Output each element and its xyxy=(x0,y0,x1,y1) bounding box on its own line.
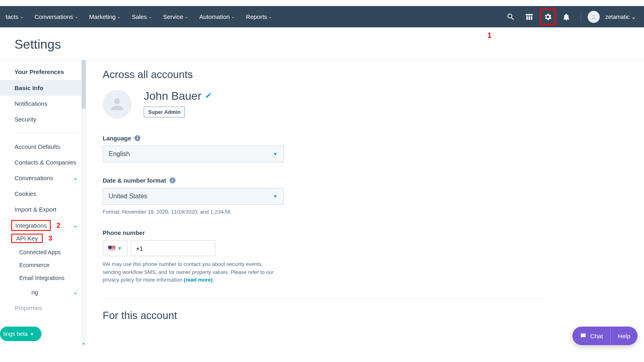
field-label-text: Language xyxy=(103,135,131,142)
account-name-label: zetamatic xyxy=(605,14,630,20)
main-content: Across all accounts John Bauer Super Adm… xyxy=(87,60,644,347)
chat-button[interactable]: Chat xyxy=(572,327,610,345)
nav-left: tacts⌄ Conversations⌄ Marketing⌄ Sales⌄ … xyxy=(0,6,277,27)
scrollbar-thumb[interactable] xyxy=(82,60,86,109)
sidebar-item-label: Properties xyxy=(14,304,42,311)
read-more-link[interactable]: (read more) xyxy=(184,277,213,283)
nav-divider xyxy=(581,11,581,23)
search-icon[interactable] xyxy=(503,9,519,25)
chevron-down-icon: ⌄ xyxy=(268,14,272,19)
sidebar-item-label: Import & Export xyxy=(14,206,56,213)
sidebar-item-truncated[interactable]: ng⌄ xyxy=(0,284,87,300)
field-label-text: Phone number xyxy=(103,229,145,236)
profile-avatar[interactable] xyxy=(103,90,132,119)
chevron-down-icon: ▼ xyxy=(30,332,34,336)
profile-name: John Bauer xyxy=(144,90,201,103)
notifications-bell-icon[interactable] xyxy=(558,9,574,25)
avatar[interactable] xyxy=(588,11,600,23)
sidebar-item-cookies[interactable]: Cookies xyxy=(0,186,87,202)
settings-gear-icon[interactable] xyxy=(540,9,556,25)
sidebar-item-label: Basic Info xyxy=(14,84,43,91)
sidebar-item-security[interactable]: Security xyxy=(0,111,87,127)
role-badge: Super Admin xyxy=(144,107,185,117)
nav-label: Sales xyxy=(132,13,147,20)
nav-sales[interactable]: Sales⌄ xyxy=(126,6,157,27)
nav-right: zetamatic ⌄ xyxy=(503,9,639,25)
us-flag-icon xyxy=(108,246,116,251)
sidebar: Your Preferences Basic Info Notification… xyxy=(0,60,87,347)
sidebar-subitem-ecommerce[interactable]: Ecommerce xyxy=(0,259,87,272)
info-icon[interactable]: i xyxy=(169,177,175,183)
beta-pill-label: tings beta xyxy=(3,331,28,337)
chevron-down-icon: ⌄ xyxy=(75,14,78,19)
beta-pill[interactable]: tings beta ▼ xyxy=(0,327,41,341)
phone-country-select[interactable]: ▼ xyxy=(103,240,128,256)
sidebar-item-account-defaults[interactable]: Account Defaults xyxy=(0,139,87,154)
nav-label: Automation xyxy=(199,13,230,20)
chevron-down-icon: ⌄ xyxy=(73,175,78,181)
phone-help-text: We may use this phone number to contact … xyxy=(103,260,280,284)
nav-contacts[interactable]: tacts⌄ xyxy=(0,6,29,27)
chevron-down-icon: ⌄ xyxy=(185,14,188,19)
nav-marketing[interactable]: Marketing⌄ xyxy=(84,6,126,27)
sidebar-subitem-connected-apps[interactable]: Connected Apps xyxy=(0,246,87,259)
chevron-down-icon: ⌄ xyxy=(631,14,636,20)
field-phone: Phone number ▼ We may use this phone num… xyxy=(103,229,312,284)
chevron-down-icon: ⌄ xyxy=(231,14,235,19)
sidebar-subitem-label: API Key xyxy=(11,234,43,243)
annotation-marker-1: 1 xyxy=(487,31,491,40)
dateformat-hint: Format: November 19, 2020, 11/19/2020, a… xyxy=(103,209,312,215)
chat-icon xyxy=(580,332,587,339)
section-title-across: Across all accounts xyxy=(103,68,628,81)
chevron-down-icon: ⌄ xyxy=(20,14,23,19)
field-language: Language i English ▼ xyxy=(103,135,312,162)
marketplace-icon[interactable] xyxy=(521,9,537,25)
info-icon[interactable]: i xyxy=(134,135,140,141)
dateformat-select[interactable]: United States ▼ xyxy=(103,188,284,205)
sidebar-item-contacts-companies[interactable]: Contacts & Companies xyxy=(0,154,87,170)
field-date-format: Date & number format i United States ▼ F… xyxy=(103,177,312,215)
nav-service[interactable]: Service⌄ xyxy=(157,6,194,27)
chat-widget: Chat Help xyxy=(572,327,638,345)
nav-reports[interactable]: Reports⌄ xyxy=(240,6,278,27)
chevron-down-icon: ⌄ xyxy=(73,289,78,295)
chevron-down-icon: ▼ xyxy=(118,246,122,251)
nav-conversations[interactable]: Conversations⌄ xyxy=(29,6,84,27)
sidebar-item-import-export[interactable]: Import & Export xyxy=(0,202,87,217)
sidebar-item-label: Cookies xyxy=(14,190,36,197)
sidebar-item-label: Security xyxy=(14,116,36,123)
select-value: United States xyxy=(109,193,147,200)
nav-label: tacts xyxy=(6,13,19,20)
edit-pencil-icon[interactable] xyxy=(205,92,212,100)
sidebar-item-properties[interactable]: Properties xyxy=(0,300,87,316)
nav-label: Marketing xyxy=(89,13,116,20)
sidebar-item-label: Account Defaults xyxy=(14,143,60,150)
section-divider xyxy=(103,298,545,299)
sidebar-item-integrations[interactable]: Integrations 2 ⌄ xyxy=(0,220,87,231)
sidebar-subitem-api-key[interactable]: API Key 3 xyxy=(0,234,87,243)
nav-automation[interactable]: Automation⌄ xyxy=(194,6,240,27)
field-label-text: Date & number format xyxy=(103,177,166,184)
help-label: Help xyxy=(618,333,630,339)
chevron-down-icon: ⌄ xyxy=(117,14,120,19)
top-nav: tacts⌄ Conversations⌄ Marketing⌄ Sales⌄ … xyxy=(0,6,644,27)
sidebar-divider xyxy=(14,133,78,133)
sidebar-item-notifications[interactable]: Notifications xyxy=(0,96,87,111)
scrollbar-track[interactable]: ▲ ▼ xyxy=(81,60,87,347)
chat-label: Chat xyxy=(590,333,603,339)
sidebar-item-label: Integrations xyxy=(11,220,51,231)
account-menu[interactable]: zetamatic ⌄ xyxy=(602,14,639,20)
sidebar-item-basic-info[interactable]: Basic Info xyxy=(0,80,87,96)
section-title-for-account: For this account xyxy=(103,309,628,322)
phone-input[interactable] xyxy=(131,240,215,256)
sidebar-subitem-email-integrations[interactable]: Email Integrations xyxy=(0,272,87,284)
scroll-down-icon[interactable]: ▼ xyxy=(81,341,87,347)
nav-label: Service xyxy=(163,13,183,20)
sidebar-item-conversations[interactable]: Conversations⌄ xyxy=(0,170,87,186)
help-button[interactable]: Help xyxy=(610,327,638,345)
page-title: Settings xyxy=(0,27,644,60)
nav-label: Conversations xyxy=(35,13,73,20)
select-value: English xyxy=(109,150,130,158)
sidebar-item-label: Conversations xyxy=(14,175,53,181)
language-select[interactable]: English ▼ xyxy=(103,146,284,162)
